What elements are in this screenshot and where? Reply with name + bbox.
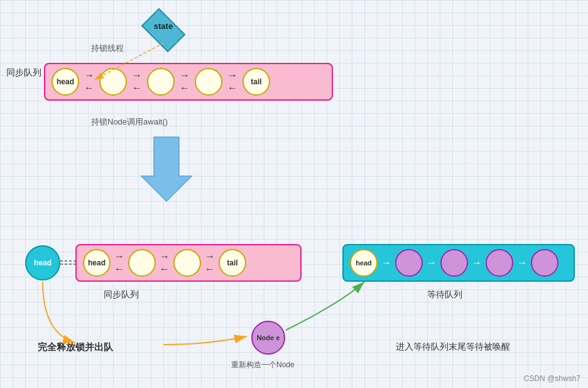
wait-node-2 xyxy=(440,249,468,277)
arrow-left-1: ← xyxy=(84,82,94,94)
wait-arrow-2: → xyxy=(427,257,437,269)
enter-wait-label: 进入等待队列末尾等待被唤醒 xyxy=(396,341,510,353)
arrow-pair-1: → ← xyxy=(84,70,94,94)
node-bottom-center: Node e xyxy=(251,321,285,355)
arrow-right-4: → xyxy=(227,70,237,81)
head-node-top: head xyxy=(52,68,79,96)
arrow-left-b3: ← xyxy=(205,263,215,275)
arrow-pair-b3: → ← xyxy=(205,251,215,275)
sync-queue-top: head → ← → ← → ← → ← tail xyxy=(44,63,333,101)
arrow-left-3: ← xyxy=(180,82,190,94)
node-4-top xyxy=(195,68,222,96)
svg-marker-4 xyxy=(141,137,192,201)
state-label: state xyxy=(144,21,182,31)
wait-queue-label: 等待队列 xyxy=(427,289,462,301)
tail-text-bottom: tail xyxy=(227,258,237,267)
arrow-pair-3: → ← xyxy=(180,70,190,94)
head-text-bottom: head xyxy=(88,258,106,267)
wait-node-4 xyxy=(531,249,558,277)
arrow-pair-b1: → ← xyxy=(114,251,124,275)
wait-node-3 xyxy=(486,249,513,277)
arrow-right-1: → xyxy=(84,70,94,81)
node-3-top xyxy=(147,68,175,96)
arrow-right-2: → xyxy=(132,70,142,81)
arrow-right-b2: → xyxy=(160,251,170,262)
arrow-left-b2: ← xyxy=(160,263,170,275)
wait-head-text: head xyxy=(356,259,372,267)
csdn-watermark: CSDN @shwsh7 xyxy=(524,374,580,383)
arrow-pair-b2: → ← xyxy=(160,251,170,275)
arrow-right-3: → xyxy=(180,70,190,81)
chijiu-thread-label: 持锁线程 xyxy=(91,43,124,54)
wait-arrow-1: → xyxy=(381,257,391,269)
arrow-right-b3: → xyxy=(205,251,215,262)
await-label: 持锁Node调用await() xyxy=(91,116,168,128)
head-node-bottom: head xyxy=(83,249,111,277)
reconstruct-label: 重新构造一个Node xyxy=(231,360,295,370)
node-b3 xyxy=(173,249,201,277)
tail-text-top: tail xyxy=(251,77,261,86)
sync-queue-top-label: 同步队列 xyxy=(6,67,41,79)
sync-queue-bottom-label: 同步队列 xyxy=(104,289,139,301)
node-bottom-text: Node e xyxy=(257,334,280,341)
arrow-pair-4: → ← xyxy=(227,70,237,94)
arrow-pair-2: → ← xyxy=(132,70,142,94)
arrow-left-4: ← xyxy=(227,82,237,94)
release-label: 完全释放锁并出队 xyxy=(38,341,113,353)
tail-node-top: tail xyxy=(242,68,270,96)
node-b2 xyxy=(128,249,156,277)
arrow-left-2: ← xyxy=(132,82,142,94)
wait-arrow-3: → xyxy=(472,257,482,269)
tail-node-bottom: tail xyxy=(219,249,246,277)
wait-queue: head → → → → xyxy=(342,244,575,282)
wait-node-1 xyxy=(395,249,423,277)
arrow-left-b1: ← xyxy=(114,263,124,275)
diagram-arrows xyxy=(0,0,588,388)
wait-head-node: head xyxy=(350,249,378,277)
wait-arrow-4: → xyxy=(517,257,527,269)
detached-head-text: head xyxy=(34,258,52,267)
detached-head-node: head xyxy=(25,245,60,280)
arrow-right-b1: → xyxy=(114,251,124,262)
sync-queue-bottom: head → ← → ← → ← tail xyxy=(75,244,302,282)
head-text-top: head xyxy=(57,77,74,86)
node-2-top xyxy=(99,68,127,96)
